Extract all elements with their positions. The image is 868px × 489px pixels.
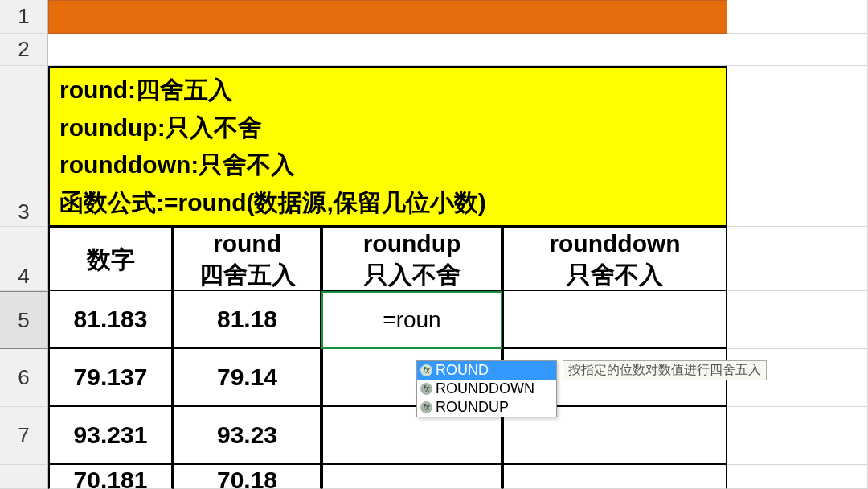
note-line-3: rounddown:只舍不入 (59, 146, 716, 184)
cell-f7[interactable] (727, 407, 868, 465)
cell-f2[interactable] (727, 34, 868, 66)
cell-rounddown-5[interactable] (502, 291, 727, 349)
cell-roundup-5-editing[interactable]: =roun (321, 291, 502, 349)
row-header-4[interactable]: 4 (0, 227, 48, 291)
header-rounddown-l1: rounddown (549, 228, 680, 259)
cell-f5[interactable] (727, 291, 868, 349)
header-number[interactable]: 数字 (48, 227, 173, 291)
autocomplete-label: ROUNDDOWN (436, 380, 534, 397)
function-icon: fx (420, 401, 432, 413)
cell-round-8[interactable]: 70.18 (173, 465, 321, 489)
header-round-l2: 四舍五入 (199, 259, 296, 290)
formula-input-text: =roun (383, 307, 440, 333)
autocomplete-item-round[interactable]: fx ROUND (417, 361, 556, 380)
cell-num-8[interactable]: 70.181 (48, 465, 173, 489)
header-number-label: 数字 (87, 244, 135, 275)
header-roundup-l2: 只入不舍 (364, 259, 461, 290)
cell-b1-merged[interactable] (48, 0, 727, 34)
cell-b2-merged[interactable] (48, 34, 727, 66)
formula-autocomplete: fx ROUND fx ROUNDDOWN fx ROUNDUP (416, 360, 557, 417)
row-header-7[interactable]: 7 (0, 407, 48, 465)
header-round[interactable]: round 四舍五入 (173, 227, 321, 291)
autocomplete-label: ROUNDUP (436, 399, 509, 416)
cell-roundup-8[interactable] (321, 465, 502, 489)
header-rounddown[interactable]: rounddown 只舍不入 (502, 227, 727, 291)
cell-num-6[interactable]: 79.137 (48, 349, 173, 407)
header-roundup[interactable]: roundup 只入不舍 (321, 227, 502, 291)
cell-num-5[interactable]: 81.183 (48, 291, 173, 349)
row-header-8[interactable] (0, 465, 48, 489)
cell-rounddown-8[interactable] (502, 465, 727, 489)
row-header-5[interactable]: 5 (0, 291, 48, 349)
header-roundup-l1: roundup (363, 228, 461, 259)
cell-round-6[interactable]: 79.14 (173, 349, 321, 407)
notes-block[interactable]: round:四舍五入 roundup:只入不舍 rounddown:只舍不入 函… (48, 66, 727, 227)
cell-num-7[interactable]: 93.231 (48, 407, 173, 465)
note-line-4: 函数公式:=round(数据源,保留几位小数) (59, 184, 716, 222)
note-line-1: round:四舍五入 (59, 72, 716, 109)
function-icon: fx (420, 364, 432, 376)
cell-f4[interactable] (727, 227, 868, 291)
function-icon: fx (420, 383, 432, 395)
cell-f3[interactable] (727, 66, 868, 227)
row-header-6[interactable]: 6 (0, 349, 48, 407)
note-line-2: roundup:只入不舍 (59, 109, 716, 147)
cell-f8[interactable] (727, 465, 868, 489)
cell-round-7[interactable]: 93.23 (173, 407, 321, 465)
cell-f1[interactable] (727, 0, 868, 34)
cell-round-5[interactable]: 81.18 (173, 291, 321, 349)
row-header-1[interactable]: 1 (0, 0, 48, 34)
header-rounddown-l2: 只舍不入 (567, 259, 663, 290)
autocomplete-item-roundup[interactable]: fx ROUNDUP (417, 398, 556, 417)
autocomplete-label: ROUND (436, 362, 489, 379)
row-header-3[interactable]: 3 (0, 66, 48, 227)
autocomplete-item-rounddown[interactable]: fx ROUNDDOWN (417, 380, 556, 398)
function-tooltip: 按指定的位数对数值进行四舍五入 (563, 360, 767, 380)
header-round-l1: round (213, 228, 281, 259)
row-header-2[interactable]: 2 (0, 34, 48, 66)
